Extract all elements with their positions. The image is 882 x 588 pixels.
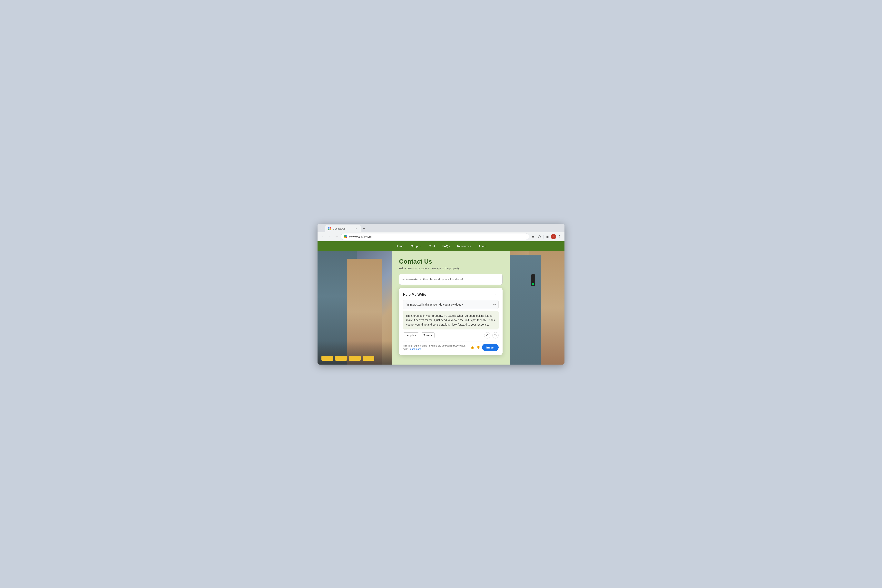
nav-chat-link[interactable]: Chat [428, 244, 436, 248]
taxi-1 [321, 356, 333, 361]
hmw-feedback-buttons: 👍 👎 [470, 345, 480, 350]
hmw-tone-label: Tone [423, 334, 429, 337]
help-me-write-panel: Help Me Write × im interested in this pl… [399, 288, 502, 355]
city-background-right [510, 251, 564, 364]
browser-window: ‹ Contact Us × + ← → ↻ www.example.com ★… [318, 224, 564, 364]
hmw-undo-button[interactable]: ↺ [484, 332, 490, 339]
new-tab-button[interactable]: + [362, 226, 367, 231]
tab-bar: ‹ Contact Us × + [318, 224, 564, 232]
hmw-controls: Length ▾ Tone ▾ ↺ ↻ [403, 332, 499, 339]
contact-title: Contact Us [399, 258, 502, 265]
profile-avatar-button[interactable]: A [551, 234, 556, 239]
hmw-generated-text: I'm interested in your property. It's ex… [406, 314, 495, 327]
city-background-left [318, 251, 392, 364]
hmw-disclaimer-text: This is an experimental AI writing aid a… [403, 344, 468, 351]
main-content-area: Contact Us Ask a question or write a mes… [392, 251, 510, 364]
message-input-text[interactable]: im interested in this place - do you all… [402, 277, 499, 282]
tab-favicon-icon [328, 227, 331, 230]
tab-title-label: Contact Us [333, 227, 353, 230]
hmw-prompt-text: im interested in this place - do you all… [406, 303, 463, 306]
forward-button[interactable]: → [327, 234, 332, 240]
toolbar-icons: ★ ⬡ ▣ A ⋮ [530, 234, 562, 240]
browser-tab[interactable]: Contact Us × [326, 225, 361, 232]
hmw-close-button[interactable]: × [493, 292, 499, 297]
traffic-light [531, 274, 535, 286]
street-left [318, 341, 392, 364]
taxi-4 [363, 356, 374, 361]
sidebar-toggle-button[interactable]: ▣ [544, 234, 550, 240]
chrome-menu-button[interactable]: ⋮ [556, 234, 562, 240]
hmw-generated-area: I'm interested in your property. It's ex… [403, 311, 499, 330]
hmw-title: Help Me Write [403, 292, 426, 297]
site-navigation: Home Support Chat FAQs Resources About [318, 241, 564, 251]
google-g-icon [344, 235, 347, 238]
reload-button[interactable]: ↻ [334, 234, 339, 240]
bookmark-button[interactable]: ★ [530, 234, 536, 240]
hero-section: Contact Us Ask a question or write a mes… [318, 251, 564, 364]
hmw-length-select[interactable]: Length ▾ [403, 332, 419, 338]
contact-subtitle: Ask a question or write a message to the… [399, 267, 502, 270]
taxi-3 [349, 356, 361, 361]
nav-resources-link[interactable]: Resources [456, 244, 472, 248]
hmw-header: Help Me Write × [403, 292, 499, 297]
tab-close-button[interactable]: × [354, 227, 358, 231]
back-button[interactable]: ← [320, 234, 326, 240]
nav-faqs-link[interactable]: FAQs [442, 244, 451, 248]
hmw-insert-button[interactable]: Insert [482, 344, 499, 351]
hmw-redo-button[interactable]: ↻ [492, 332, 499, 339]
nav-support-link[interactable]: Support [410, 244, 422, 248]
address-bar[interactable]: www.example.com [340, 233, 529, 240]
browser-toolbar: ← → ↻ www.example.com ★ ⬡ ▣ A ⋮ [318, 232, 564, 241]
hmw-tone-select[interactable]: Tone ▾ [421, 332, 435, 338]
hmw-tone-chevron-icon: ▾ [430, 334, 432, 337]
thumbs-up-button[interactable]: 👍 [470, 345, 474, 350]
address-text: www.example.com [349, 235, 526, 238]
hmw-prompt-area: im interested in this place - do you all… [403, 300, 499, 309]
learn-more-link[interactable]: Learn more [409, 348, 421, 351]
hmw-length-chevron-icon: ▾ [415, 334, 417, 337]
traffic-light-green [532, 283, 534, 285]
hmw-length-label: Length [405, 334, 414, 337]
hmw-edit-icon[interactable]: ✏ [493, 303, 496, 306]
website-content: Home Support Chat FAQs Resources About [318, 241, 564, 364]
nav-about-link[interactable]: About [478, 244, 487, 248]
message-input-wrapper[interactable]: im interested in this place - do you all… [399, 274, 502, 285]
hmw-footer: This is an experimental AI writing aid a… [403, 341, 499, 351]
nav-home-link[interactable]: Home [395, 244, 404, 248]
extensions-button[interactable]: ⬡ [537, 234, 542, 240]
taxi-2 [335, 356, 347, 361]
building-right-2 [510, 255, 541, 364]
thumbs-down-button[interactable]: 👎 [476, 345, 480, 350]
tab-scroll-left-button[interactable]: ‹ [319, 226, 325, 231]
